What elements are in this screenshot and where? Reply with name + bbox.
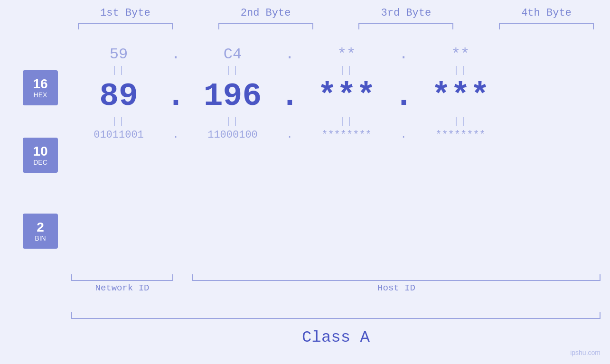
base-name-hex: HEX: [34, 91, 47, 99]
bottom-bracket-row: [71, 274, 601, 281]
hex-byte-3: **: [299, 46, 394, 63]
label-dot-spacer: [173, 283, 192, 293]
base-name-dec: DEC: [33, 159, 47, 166]
dec-dot-2: .: [280, 78, 299, 114]
host-bracket: [192, 274, 601, 281]
eq-1-3: ||: [299, 65, 394, 76]
dec-dot-1: .: [166, 78, 185, 114]
class-bracket: [71, 312, 601, 319]
eq-1-2: ||: [185, 65, 280, 76]
byte-col-2: 2nd Byte: [218, 7, 313, 29]
dot-spacer-3: [467, 7, 486, 29]
dec-byte-1: 89: [71, 78, 166, 114]
byte-header-3: 3rd Byte: [358, 7, 453, 19]
byte-headers-row: 1st Byte 2nd Byte 3rd Byte 4th Byte: [71, 7, 601, 29]
bin-dot-2: .: [280, 129, 299, 141]
byte-col-4: 4th Byte: [499, 7, 594, 29]
base-box-bin: 2 BIN: [23, 214, 58, 249]
base-box-dec: 10 DEC: [23, 138, 58, 173]
hex-byte-1: 59: [71, 46, 166, 63]
bottom-labels-row: Network ID Host ID: [71, 283, 601, 293]
eq-1-1: ||: [71, 65, 166, 76]
dec-dot-3: .: [394, 78, 413, 114]
dec-row: 89 . 196 . *** . ***: [71, 78, 601, 114]
hex-row: 59 . C4 . ** . **: [71, 46, 601, 63]
network-bracket: [71, 274, 173, 281]
eq-2-4: ||: [413, 116, 508, 127]
byte-header-4: 4th Byte: [499, 7, 594, 19]
base-number-bin: 2: [37, 220, 44, 235]
byte-header-2: 2nd Byte: [218, 7, 313, 19]
dec-byte-3: ***: [299, 78, 394, 114]
hex-byte-2: C4: [185, 46, 280, 63]
class-label: Class A: [71, 328, 601, 346]
network-id-label: Network ID: [71, 283, 173, 293]
dot-spacer-1: [186, 7, 205, 29]
byte-header-1: 1st Byte: [78, 7, 173, 19]
dec-byte-4: ***: [413, 78, 508, 114]
hex-dot-3: .: [394, 46, 413, 63]
bin-byte-1: 01011001: [71, 129, 166, 141]
hex-dot-2: .: [280, 46, 299, 63]
hex-dot-1: .: [166, 46, 185, 63]
dec-byte-2: 196: [185, 78, 280, 114]
eq-1-4: ||: [413, 65, 508, 76]
eq-row-1: || || || ||: [71, 65, 601, 76]
top-bracket-1: [78, 23, 173, 29]
eq-2-2: ||: [185, 116, 280, 127]
top-bracket-4: [499, 23, 594, 29]
bin-byte-2: 11000100: [185, 129, 280, 141]
base-box-hex: 16 HEX: [23, 70, 58, 105]
bin-dot-3: .: [394, 129, 413, 141]
rows-section: 59 . C4 . ** . ** ||: [71, 37, 601, 141]
bin-byte-4: ********: [413, 129, 508, 141]
eq-2-3: ||: [299, 116, 394, 127]
watermark: ipshu.com: [570, 349, 601, 356]
base-name-bin: BIN: [35, 234, 46, 242]
byte-col-3: 3rd Byte: [358, 7, 453, 29]
bin-row: 01011001 . 11000100 . ******** . *******…: [71, 129, 601, 141]
bin-byte-3: ********: [299, 129, 394, 141]
dot-spacer-2: [326, 7, 345, 29]
hex-byte-4: **: [413, 46, 508, 63]
byte-col-1: 1st Byte: [78, 7, 173, 29]
eq-row-2: || || || ||: [71, 116, 601, 127]
host-id-label: Host ID: [192, 283, 601, 293]
eq-2-1: ||: [71, 116, 166, 127]
bottom-brackets: Network ID Host ID: [71, 274, 601, 293]
top-bracket-3: [358, 23, 453, 29]
base-number-dec: 10: [33, 144, 47, 159]
bin-dot-1: .: [166, 129, 185, 141]
top-bracket-2: [218, 23, 313, 29]
base-number-hex: 16: [33, 77, 47, 92]
main-layout: 1st Byte 2nd Byte 3rd Byte 4th Byte 16 H…: [0, 0, 610, 364]
